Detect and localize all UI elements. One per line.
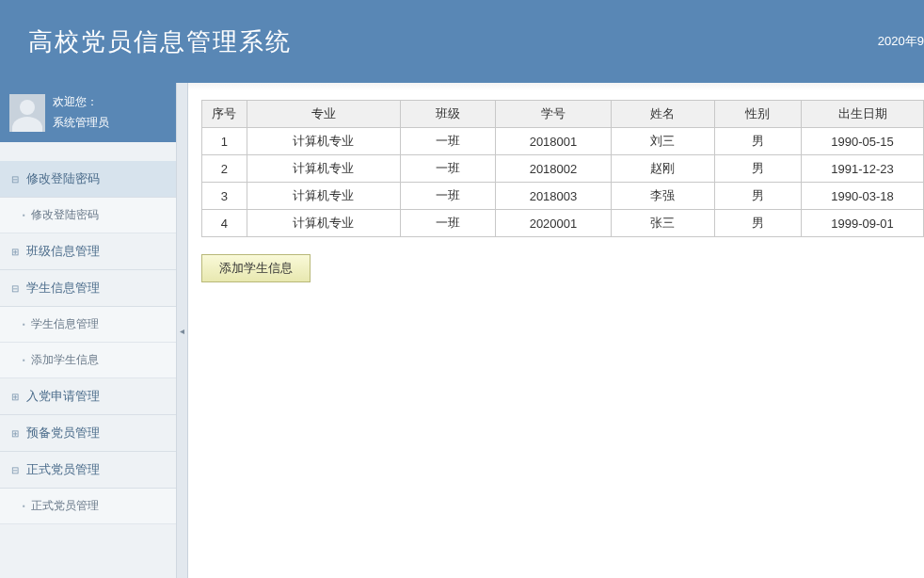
table-cell: 男 — [714, 128, 801, 155]
add-student-button[interactable]: 添加学生信息 — [201, 254, 311, 282]
collapse-icon: ⊟ — [11, 465, 21, 474]
table-cell: 一班 — [400, 210, 495, 237]
table-row: 3计算机专业一班2018003李强男1990-03-18 — [202, 183, 924, 210]
nav-sub-item[interactable]: 学生信息管理 — [0, 307, 176, 343]
collapse-icon: ⊟ — [11, 283, 21, 293]
col-header-class: 班级 — [400, 101, 495, 128]
nav-sub-label: 添加学生信息 — [31, 352, 99, 368]
table-cell: 4 — [202, 210, 247, 237]
table-cell: 李强 — [611, 183, 714, 210]
user-role: 系统管理员 — [53, 113, 109, 134]
table-row: 2计算机专业一班2018002赵刚男1991-12-23 — [202, 155, 924, 183]
table-cell: 赵刚 — [611, 155, 714, 183]
table-cell: 计算机专业 — [247, 210, 400, 237]
sidebar-spacer — [0, 142, 176, 161]
col-header-name: 姓名 — [611, 101, 714, 128]
table-header-row: 序号 专业 班级 学号 姓名 性别 出生日期 — [202, 101, 924, 128]
nav-item[interactable]: ⊞入党申请管理 — [0, 378, 176, 415]
table-cell: 1 — [202, 128, 247, 155]
col-header-major: 专业 — [247, 101, 400, 128]
table-cell: 1999-09-01 — [802, 210, 924, 237]
table-cell: 1991-12-23 — [802, 155, 924, 183]
table-cell: 2018002 — [495, 155, 611, 183]
nav-item[interactable]: ⊞预备党员管理 — [0, 415, 176, 452]
button-row: 添加学生信息 — [201, 254, 924, 282]
avatar — [9, 94, 45, 132]
sidebar: 欢迎您： 系统管理员 ⊟修改登陆密码修改登陆密码⊞班级信息管理⊟学生信息管理学生… — [0, 83, 177, 578]
table-cell: 张三 — [611, 210, 714, 237]
nav-item[interactable]: ⊟正式党员管理 — [0, 452, 176, 489]
col-header-sid: 学号 — [495, 101, 611, 128]
col-header-gender: 性别 — [714, 101, 801, 128]
table-cell: 2020001 — [495, 210, 611, 237]
nav-item-label: 预备党员管理 — [26, 425, 100, 442]
sidebar-collapse-bar[interactable]: ◂ — [177, 83, 188, 578]
nav-sub-label: 正式党员管理 — [31, 498, 99, 514]
table-row: 1计算机专业一班2018001刘三男1990-05-15 — [202, 128, 924, 155]
table-cell: 男 — [714, 183, 801, 210]
table-cell: 一班 — [400, 183, 495, 210]
page-header: 高校党员信息管理系统 2020年9 — [0, 0, 924, 83]
nav-item-label: 学生信息管理 — [26, 280, 100, 297]
nav-item-label: 入党申请管理 — [26, 388, 100, 405]
user-text: 欢迎您： 系统管理员 — [53, 92, 109, 133]
table-cell: 计算机专业 — [247, 155, 400, 183]
table-cell: 3 — [202, 183, 247, 210]
nav-item-label: 正式党员管理 — [26, 461, 100, 478]
nav-item[interactable]: ⊟修改登陆密码 — [0, 161, 176, 198]
table-cell: 男 — [714, 210, 801, 237]
expand-icon: ⊞ — [11, 247, 21, 256]
body-container: 欢迎您： 系统管理员 ⊟修改登陆密码修改登陆密码⊞班级信息管理⊟学生信息管理学生… — [0, 83, 924, 578]
nav-sub-item[interactable]: 修改登陆密码 — [0, 198, 176, 233]
nav-sub-label: 学生信息管理 — [31, 316, 99, 332]
table-cell: 一班 — [400, 128, 495, 155]
table-cell: 2 — [202, 155, 247, 183]
table-cell: 2018003 — [495, 183, 611, 210]
welcome-label: 欢迎您： — [53, 92, 109, 113]
table-body: 1计算机专业一班2018001刘三男1990-05-152计算机专业一班2018… — [202, 128, 924, 237]
main-content: 序号 专业 班级 学号 姓名 性别 出生日期 1计算机专业一班2018001刘三… — [188, 83, 924, 578]
table-cell: 计算机专业 — [247, 183, 400, 210]
table-cell: 1990-03-18 — [802, 183, 924, 210]
header-date: 2020年9 — [878, 33, 924, 50]
nav-container: ⊟修改登陆密码修改登陆密码⊞班级信息管理⊟学生信息管理学生信息管理添加学生信息⊞… — [0, 161, 176, 524]
table-row: 4计算机专业一班2020001张三男1999-09-01 — [202, 210, 924, 237]
expand-icon: ⊞ — [11, 428, 21, 438]
col-header-index: 序号 — [202, 101, 247, 128]
user-info-box: 欢迎您： 系统管理员 — [0, 83, 176, 142]
table-cell: 1990-05-15 — [802, 128, 924, 155]
nav-item[interactable]: ⊞班级信息管理 — [0, 233, 176, 270]
table-cell: 一班 — [400, 155, 495, 183]
nav-item-label: 修改登陆密码 — [26, 170, 100, 187]
expand-icon: ⊞ — [11, 392, 21, 401]
nav-sub-label: 修改登陆密码 — [31, 207, 99, 223]
nav-sub-item[interactable]: 正式党员管理 — [0, 489, 176, 524]
table-cell: 男 — [714, 155, 801, 183]
student-table: 序号 专业 班级 学号 姓名 性别 出生日期 1计算机专业一班2018001刘三… — [201, 100, 924, 237]
collapse-arrow-icon: ◂ — [180, 326, 184, 336]
col-header-dob: 出生日期 — [802, 101, 924, 128]
nav-sub-item[interactable]: 添加学生信息 — [0, 343, 176, 378]
table-cell: 刘三 — [611, 128, 714, 155]
table-cell: 计算机专业 — [247, 128, 400, 155]
collapse-icon: ⊟ — [11, 174, 21, 184]
app-title: 高校党员信息管理系统 — [28, 25, 292, 58]
nav-item-label: 班级信息管理 — [26, 243, 100, 260]
nav-item[interactable]: ⊟学生信息管理 — [0, 270, 176, 307]
table-cell: 2018001 — [495, 128, 611, 155]
